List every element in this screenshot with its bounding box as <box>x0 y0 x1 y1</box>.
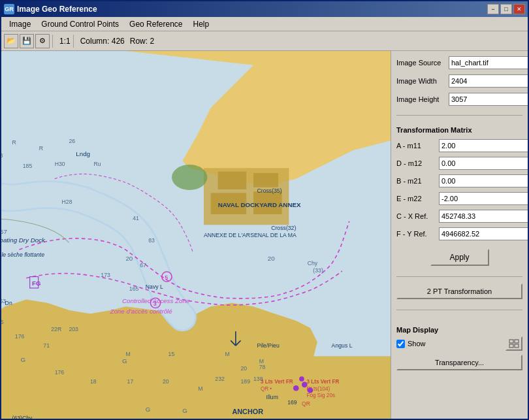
svg-text:138: 138 <box>253 376 263 382</box>
svg-text:Angus L: Angus L <box>332 342 353 349</box>
svg-text:Cross(32): Cross(32) <box>271 225 296 231</box>
matrix-f-label: F - Y Ref. <box>396 230 439 238</box>
svg-text:5: 5 <box>165 274 168 281</box>
image-width-input[interactable] <box>449 74 528 88</box>
map-icon-button[interactable] <box>505 336 522 351</box>
apply-button[interactable]: Apply <box>430 249 489 266</box>
svg-text:165: 165 <box>129 285 139 292</box>
matrix-c-input[interactable] <box>439 210 528 223</box>
svg-text:71: 71 <box>43 342 50 349</box>
svg-rect-110 <box>515 340 519 343</box>
svg-text:Lndg: Lndg <box>76 150 90 157</box>
matrix-b-input[interactable] <box>439 174 528 187</box>
main-content: Floating Dry Dock Cale sèche flottante N… <box>1 51 528 419</box>
svg-point-46 <box>293 385 299 391</box>
svg-text:QR •: QR • <box>261 386 272 392</box>
menu-ground-control[interactable]: Ground Control Points <box>36 18 124 30</box>
svg-text:17: 17 <box>127 378 134 385</box>
svg-text:20: 20 <box>163 378 169 385</box>
menu-bar: Image Ground Control Points Geo Referenc… <box>1 17 528 31</box>
svg-text:78: 78 <box>259 364 266 370</box>
transparency-button[interactable]: Transparency... <box>396 355 522 370</box>
svg-text:83: 83 <box>148 237 155 244</box>
show-row: Show <box>396 336 522 351</box>
svg-text:20: 20 <box>268 255 275 262</box>
svg-text:D5: D5 <box>1 319 4 325</box>
svg-text:15: 15 <box>168 351 175 357</box>
main-window: GR Image Geo Reference − □ ✕ Image Groun… <box>0 0 529 420</box>
minimize-button[interactable]: − <box>487 4 499 14</box>
image-source-row: Image Source <box>396 56 522 69</box>
matrix-d-row: D - m12 <box>396 157 522 170</box>
svg-text:ANNEXE DE L'ARSENAL DE LA MA: ANNEXE DE L'ARSENAL DE LA MA <box>204 232 297 238</box>
svg-text:257: 257 <box>1 228 7 235</box>
menu-help[interactable]: Help <box>187 18 214 30</box>
matrix-b-row: B - m21 <box>396 174 522 187</box>
map-grid-icon <box>509 339 519 348</box>
image-source-input[interactable] <box>449 56 528 69</box>
svg-text:NAVAL DOCKYARD ANNEX: NAVAL DOCKYARD ANNEX <box>218 201 301 208</box>
close-button[interactable]: ✕ <box>513 4 525 14</box>
matrix-c-label: C - X Ref. <box>396 212 439 220</box>
svg-text:22R: 22R <box>51 326 61 332</box>
matrix-b-label: B - m21 <box>396 177 439 185</box>
svg-text:3 Lts Vert FR: 3 Lts Vert FR <box>307 379 340 385</box>
separator-3 <box>396 310 522 310</box>
save-button[interactable]: 💾 <box>20 34 34 48</box>
image-height-input[interactable] <box>449 93 528 106</box>
toolbar-separator-1 <box>52 35 53 48</box>
maximize-button[interactable]: □ <box>500 4 512 14</box>
svg-rect-5 <box>218 172 246 189</box>
show-checkbox[interactable] <box>396 340 405 348</box>
svg-text:169: 169 <box>287 399 297 406</box>
svg-text:176: 176 <box>55 369 65 376</box>
svg-text:Fog Sig 20s: Fog Sig 20s <box>307 393 335 398</box>
settings-button[interactable]: ⚙ <box>35 34 50 48</box>
svg-text:H30: H30 <box>55 161 65 167</box>
menu-image[interactable]: Image <box>4 18 36 30</box>
svg-text:G: G <box>122 357 127 364</box>
open-button[interactable]: 📂 <box>4 34 18 48</box>
svg-text:3: 3 <box>153 300 157 307</box>
svg-text:185: 185 <box>23 163 33 169</box>
title-bar-left: GR Image Geo Reference <box>4 4 97 14</box>
svg-text:18: 18 <box>90 378 97 385</box>
svg-text:Floating Dry Dock: Floating Dry Dock <box>1 236 46 244</box>
map-area[interactable]: Floating Dry Dock Cale sèche flottante N… <box>1 51 391 419</box>
map-display-label: Map Display <box>396 326 522 334</box>
svg-text:FG: FG <box>32 280 41 287</box>
svg-text:20: 20 <box>125 255 133 262</box>
title-bar: GR Image Geo Reference − □ ✕ <box>1 1 528 17</box>
matrix-e-input[interactable] <box>439 192 528 205</box>
matrix-e-row: E - m22 <box>396 192 522 205</box>
title-controls: − □ ✕ <box>487 4 525 14</box>
svg-text:Illum: Illum <box>266 394 278 400</box>
svg-point-47 <box>302 381 308 387</box>
svg-rect-109 <box>509 340 513 343</box>
matrix-a-input[interactable] <box>439 139 528 152</box>
svg-text:G: G <box>146 406 151 413</box>
svg-text:20: 20 <box>240 365 247 372</box>
svg-text:M: M <box>225 351 230 357</box>
svg-rect-111 <box>509 344 513 347</box>
svg-text:G: G <box>21 356 26 363</box>
menu-geo-reference[interactable]: Geo Reference <box>124 18 187 30</box>
svg-point-49 <box>299 376 304 381</box>
image-width-row: Image Width <box>396 74 522 88</box>
svg-text:Navy L: Navy L <box>146 283 163 290</box>
svg-text:Ru: Ru <box>93 161 101 167</box>
svg-text:Dn: Dn <box>5 300 12 306</box>
separator-2 <box>396 276 522 277</box>
svg-text:189: 189 <box>240 378 250 385</box>
svg-text:M: M <box>259 358 264 364</box>
matrix-d-input[interactable] <box>439 157 528 170</box>
right-panel: Image Source Image Width Image Height Tr… <box>391 51 528 419</box>
svg-text:203: 203 <box>69 326 78 332</box>
map-display-section: Map Display Show Transparency... <box>396 322 522 370</box>
svg-text:R: R <box>12 139 16 146</box>
image-height-row: Image Height <box>396 93 522 106</box>
matrix-f-input[interactable] <box>439 227 528 240</box>
two-pt-button[interactable]: 2 PT Transformation <box>396 283 522 299</box>
svg-text:Chy: Chy <box>308 260 318 267</box>
image-width-label: Image Width <box>396 77 449 85</box>
